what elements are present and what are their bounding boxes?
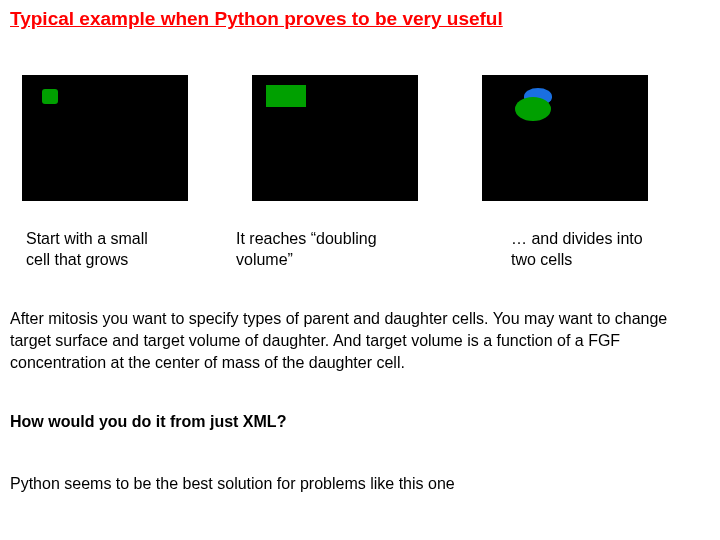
caption-2: It reaches “doubling volume”: [236, 229, 416, 271]
answer-text: Python seems to be the best solution for…: [10, 475, 710, 493]
panel-2-wrap: [250, 73, 420, 203]
slide: Typical example when Python proves to be…: [0, 0, 720, 540]
panel-3-wrap: [480, 73, 650, 203]
caption-row: Start with a small cell that grows It re…: [26, 229, 710, 271]
panel-3-sim: [480, 73, 650, 203]
cell-large-icon: [266, 85, 306, 107]
panel-1-sim: [20, 73, 190, 203]
question-text: How would you do it from just XML?: [10, 413, 710, 431]
daughter-cell-green-icon: [515, 97, 551, 121]
panel-row: [20, 73, 710, 203]
panel-2-sim: [250, 73, 420, 203]
panel-1-wrap: [20, 73, 190, 203]
slide-title: Typical example when Python proves to be…: [10, 8, 710, 31]
description-paragraph: After mitosis you want to specify types …: [10, 308, 704, 373]
caption-1: Start with a small cell that grows: [26, 229, 166, 271]
cell-small-icon: [42, 89, 58, 104]
caption-3: … and divides into two cells: [511, 229, 661, 271]
